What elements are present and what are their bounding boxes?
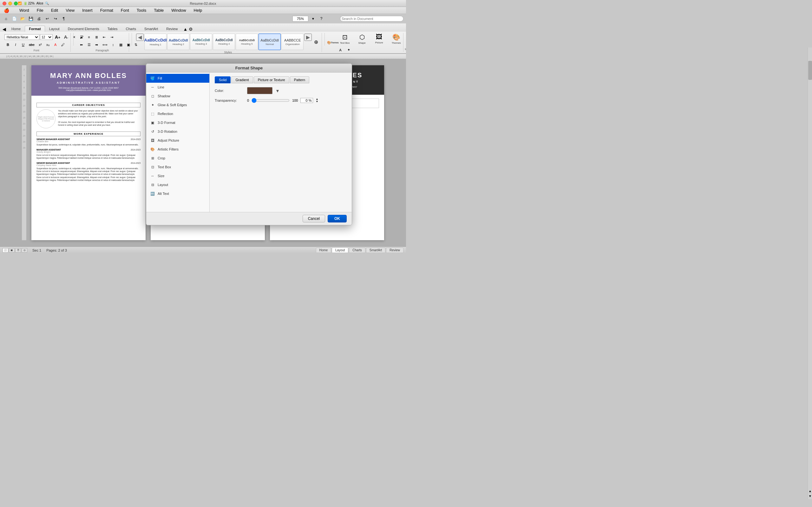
font-color2-button[interactable]: A bbox=[337, 47, 344, 54]
tab-tables[interactable]: Tables bbox=[103, 26, 122, 32]
bottom-tab-smartart[interactable]: SmartArt bbox=[366, 247, 386, 253]
multilevel-button[interactable]: ≣ bbox=[93, 34, 100, 41]
menu-insert[interactable]: Insert bbox=[81, 8, 94, 13]
fill-tab-gradient[interactable]: Gradient bbox=[231, 76, 253, 83]
view-focus[interactable]: ◎ bbox=[21, 248, 27, 252]
dialog-menu-crop[interactable]: ⊞ Crop bbox=[146, 154, 209, 163]
redo-button[interactable]: ↪ bbox=[52, 15, 59, 22]
fill-tab-picture[interactable]: Picture or Texture bbox=[254, 76, 289, 83]
indent-increase-button[interactable]: ⇥ bbox=[108, 34, 115, 41]
indent-decrease-button[interactable]: ⇤ bbox=[101, 34, 108, 41]
dialog-menu-shadow[interactable]: ◻ Shadow bbox=[146, 92, 209, 101]
themes-expand-button[interactable]: 🎨Themes bbox=[329, 39, 336, 46]
menu-file[interactable]: File bbox=[36, 8, 45, 13]
nav-back-icon[interactable]: ◀ bbox=[3, 26, 6, 32]
style-heading2[interactable]: AaBbCcDdI Heading 2 bbox=[167, 34, 189, 50]
border-button[interactable]: ▣ bbox=[125, 41, 132, 48]
bottom-tab-home[interactable]: Home bbox=[316, 247, 332, 253]
save-button[interactable]: 💾 bbox=[27, 15, 34, 22]
style-heading4[interactable]: AaBbCcDdI Heading 4 bbox=[213, 34, 235, 50]
dialog-menu-textbox[interactable]: ⊡ Text Box bbox=[146, 163, 209, 171]
subscript-button[interactable]: x₂ bbox=[44, 41, 51, 48]
zoom-input[interactable] bbox=[293, 16, 308, 21]
fill-tab-solid[interactable]: Solid bbox=[215, 76, 231, 83]
style-heading1[interactable]: AaBbCcDdI Heading 1 bbox=[144, 34, 166, 50]
cancel-button[interactable]: Cancel bbox=[303, 215, 325, 222]
paragraph-marks-button[interactable]: ¶ bbox=[60, 15, 67, 22]
italic-button[interactable]: I bbox=[12, 41, 19, 48]
new-button[interactable]: 📄 bbox=[11, 15, 18, 22]
line-spacing-button[interactable]: ↕ bbox=[110, 41, 117, 48]
tab-document-elements[interactable]: Document Elements bbox=[64, 26, 103, 32]
align-right-button[interactable]: ➡ bbox=[93, 41, 100, 48]
menu-view[interactable]: View bbox=[64, 8, 76, 13]
dialog-menu-glow[interactable]: ✦ Glow & Soft Edges bbox=[146, 101, 209, 109]
trans-down-arrow[interactable]: ▼ bbox=[316, 101, 318, 103]
fill-tab-pattern[interactable]: Pattern bbox=[290, 76, 309, 83]
styles-scroll-right[interactable]: ▶ bbox=[304, 34, 312, 41]
styles-scroll-left[interactable]: ◀ bbox=[136, 34, 144, 41]
dialog-menu-alt-text[interactable]: 🔤 Alt Text bbox=[146, 189, 209, 198]
menu-word[interactable]: Word bbox=[18, 8, 31, 13]
dialog-menu-adjust-picture[interactable]: 🖼 Adjust Picture bbox=[146, 136, 209, 145]
align-center-button[interactable]: ☰ bbox=[86, 41, 93, 48]
font-color-button[interactable]: A bbox=[52, 41, 59, 48]
bold-button[interactable]: B bbox=[4, 41, 11, 48]
menu-help[interactable]: Help bbox=[193, 8, 204, 13]
zoom-help-button[interactable]: ? bbox=[318, 15, 325, 22]
menu-edit[interactable]: Edit bbox=[50, 8, 59, 13]
dialog-menu-size[interactable]: ↔ Size bbox=[146, 171, 209, 180]
align-left-button[interactable]: ⬅ bbox=[78, 41, 85, 48]
effects-button[interactable]: ✦ bbox=[345, 47, 352, 54]
dialog-menu-line[interactable]: ─ Line bbox=[146, 83, 209, 92]
style-normal[interactable]: AaBbCcDdI Normal bbox=[258, 34, 281, 50]
menu-format[interactable]: Format bbox=[99, 8, 114, 13]
tab-charts[interactable]: Charts bbox=[122, 26, 140, 32]
ok-button[interactable]: OK bbox=[328, 215, 347, 222]
dialog-menu-fill[interactable]: 🪣 Fill bbox=[146, 74, 209, 83]
dialog-menu-reflection[interactable]: ⬚ Reflection bbox=[146, 109, 209, 118]
font-size-select[interactable]: 12 11 14 bbox=[40, 34, 53, 40]
style-organization[interactable]: AABBCCE Organization bbox=[281, 34, 304, 50]
tab-smartart[interactable]: SmartArt bbox=[140, 26, 162, 32]
dialog-menu-3dformat[interactable]: ▣ 3-D Format bbox=[146, 118, 209, 127]
menu-font[interactable]: Font bbox=[119, 8, 131, 13]
settings-icon[interactable]: ⚙ bbox=[189, 26, 193, 32]
maximize-button[interactable] bbox=[14, 2, 18, 5]
view-outline[interactable]: ☰ bbox=[15, 248, 21, 252]
textbox-button[interactable]: ⊡ Text Box bbox=[337, 32, 353, 46]
shape-button[interactable]: ⬡ Shape bbox=[354, 32, 370, 46]
zoom-dropdown-button[interactable]: ▾ bbox=[310, 15, 316, 22]
font-family-select[interactable]: Helvetica Neue Arial bbox=[4, 34, 39, 40]
view-normal[interactable]: ⬜ bbox=[3, 248, 8, 252]
dialog-menu-3drotation[interactable]: ↺ 3-D Rotation bbox=[146, 127, 209, 136]
tab-layout[interactable]: Layout bbox=[45, 26, 64, 32]
color-picker-button[interactable]: ▾ bbox=[276, 88, 279, 94]
transparency-stepper[interactable]: ▲ ▼ bbox=[316, 98, 318, 103]
tab-format[interactable]: Format bbox=[25, 26, 45, 32]
menu-window[interactable]: Window bbox=[170, 8, 187, 13]
font-grow-button[interactable]: A+ bbox=[53, 34, 62, 41]
menu-tools[interactable]: Tools bbox=[136, 8, 148, 13]
style-heading5[interactable]: AaBbCcDdI Heading 5 bbox=[236, 34, 258, 50]
home-button[interactable]: ⌂ bbox=[3, 15, 9, 22]
menu-table[interactable]: Table bbox=[153, 8, 165, 13]
themes-button[interactable]: 🎨 Themes bbox=[388, 32, 404, 46]
bullets-button[interactable]: ☰ bbox=[78, 34, 85, 41]
numbering-button[interactable]: ≡ bbox=[86, 34, 93, 41]
search-document-input[interactable] bbox=[340, 16, 403, 21]
undo-button[interactable]: ↩ bbox=[44, 15, 51, 22]
minimize-button[interactable] bbox=[8, 2, 12, 5]
font-shrink-button[interactable]: A- bbox=[62, 34, 70, 41]
shading-button[interactable]: ▦ bbox=[117, 41, 124, 48]
nav-forward-icon[interactable]: ▲ bbox=[183, 26, 188, 32]
color-swatch[interactable] bbox=[247, 87, 272, 94]
close-button[interactable] bbox=[3, 2, 6, 5]
superscript-button[interactable]: x² bbox=[37, 41, 44, 48]
dialog-menu-layout[interactable]: ⊟ Layout bbox=[146, 180, 209, 189]
view-layout[interactable]: ▣ bbox=[9, 248, 14, 252]
underline-button[interactable]: U bbox=[20, 41, 27, 48]
tab-review[interactable]: Review bbox=[162, 26, 182, 32]
strikethrough-button[interactable]: abc bbox=[27, 41, 36, 48]
transparency-slider[interactable] bbox=[252, 98, 290, 103]
